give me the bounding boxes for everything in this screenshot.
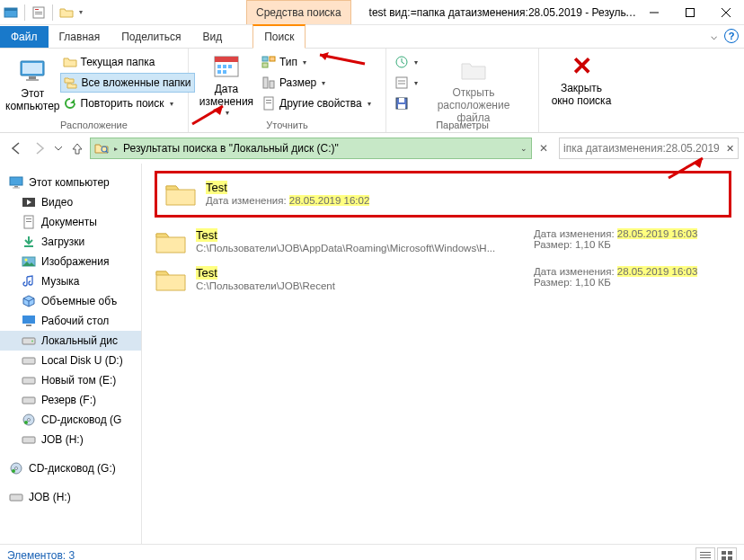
drive-icon xyxy=(22,353,36,368)
qat-dropdown-icon[interactable]: ▾ xyxy=(77,8,84,16)
tab-file[interactable]: Файл xyxy=(0,26,49,48)
monitor-icon xyxy=(18,57,47,85)
open-location-button[interactable]: Открыть расположение файла xyxy=(424,52,523,124)
svg-rect-42 xyxy=(26,221,31,222)
tab-view[interactable]: Вид xyxy=(191,26,233,48)
forward-button[interactable] xyxy=(29,138,50,159)
tab-search[interactable]: Поиск xyxy=(252,24,306,49)
nav-pictures[interactable]: Изображения xyxy=(0,252,141,271)
tab-share[interactable]: Поделиться xyxy=(111,26,191,48)
svg-rect-4 xyxy=(35,12,42,13)
tab-home[interactable]: Главная xyxy=(49,26,111,48)
details-view-button[interactable] xyxy=(695,547,715,561)
close-button[interactable] xyxy=(708,0,744,25)
ribbon-group-refine: Дата изменения▾ Тип▾ Размер▾ Другие свой… xyxy=(189,49,386,132)
date-modified-button[interactable]: Дата изменения▾ xyxy=(194,50,259,115)
result-item[interactable]: Test C:\Пользователи\JOB\Recent Дата изм… xyxy=(155,261,731,298)
folder-icon xyxy=(63,55,77,69)
navigation-pane: Этот компьютер Видео Документы Загрузки … xyxy=(0,164,142,544)
this-pc-button[interactable]: Этот компьютер xyxy=(5,50,60,115)
size-filter-button[interactable]: Размер▾ xyxy=(259,73,374,93)
new-folder-icon[interactable] xyxy=(59,5,74,20)
titlebar: ▾ Средства поиска test вид:=папка датаиз… xyxy=(0,0,744,25)
svg-rect-36 xyxy=(10,177,22,185)
icons-view-button[interactable] xyxy=(717,547,737,561)
svg-rect-56 xyxy=(22,437,35,443)
nav-music[interactable]: Музыка xyxy=(0,271,141,291)
type-filter-button[interactable]: Тип▾ xyxy=(259,52,374,72)
document-icon xyxy=(261,96,276,111)
svg-rect-1 xyxy=(4,8,17,11)
svg-rect-32 xyxy=(399,98,404,102)
folder-open-icon xyxy=(459,56,488,84)
nav-reserve[interactable]: Резерв (F:) xyxy=(0,390,141,410)
minimize-button[interactable] xyxy=(636,0,672,25)
clear-address-icon[interactable]: ✕ xyxy=(534,142,554,155)
current-folder-button[interactable]: Текущая папка xyxy=(60,52,195,72)
ribbon-group-params: ▾ ▾ Открыть расположение файла Параметры xyxy=(386,49,539,132)
results-pane: Test Дата изменения: 28.05.2019 16:02 Te… xyxy=(142,164,744,544)
video-icon xyxy=(22,195,36,209)
ribbon: Этот компьютер Текущая папка Все вложенн… xyxy=(0,49,744,133)
result-item[interactable]: Test Дата изменения: 28.05.2019 16:02 xyxy=(155,171,731,218)
recent-button[interactable] xyxy=(52,138,65,159)
clear-search-icon[interactable]: ✕ xyxy=(726,143,734,155)
svg-rect-28 xyxy=(266,102,271,103)
calendar-icon xyxy=(212,52,241,81)
address-dropdown-icon[interactable]: ⌄ xyxy=(520,144,527,153)
save-search-button[interactable] xyxy=(392,93,421,113)
nav-cd-g2[interactable]: CD-дисковод (G:) xyxy=(0,458,141,478)
svg-rect-30 xyxy=(396,77,407,88)
svg-rect-5 xyxy=(35,13,42,14)
svg-rect-51 xyxy=(22,378,35,384)
svg-rect-41 xyxy=(26,218,31,219)
advanced-options-button[interactable]: ▾ xyxy=(392,73,421,93)
downloads-icon xyxy=(22,235,36,249)
nav-documents[interactable]: Документы xyxy=(0,212,141,232)
this-pc-label: Этот компьютер xyxy=(5,88,60,113)
folder-icon xyxy=(155,228,187,255)
result-item[interactable]: Test C:\Пользователи\JOB\AppData\Roaming… xyxy=(155,223,731,261)
group-params-label: Параметры xyxy=(386,120,538,130)
back-button[interactable] xyxy=(5,138,27,159)
up-button[interactable] xyxy=(66,138,88,159)
svg-point-58 xyxy=(15,467,18,470)
svg-rect-47 xyxy=(26,324,31,326)
nav-downloads[interactable]: Загрузки xyxy=(0,232,141,252)
ribbon-collapse-icon[interactable]: ⌵ xyxy=(711,30,717,42)
all-subfolders-label: Все вложенные папки xyxy=(82,76,191,89)
all-subfolders-button[interactable]: Все вложенные папки xyxy=(60,73,195,93)
save-icon xyxy=(394,96,409,111)
result-path: C:\Пользователи\JOB\AppData\Roaming\Micr… xyxy=(196,243,519,253)
svg-rect-7 xyxy=(686,8,695,16)
window-controls xyxy=(636,0,744,25)
nav-video[interactable]: Видео xyxy=(0,192,141,212)
svg-rect-52 xyxy=(22,397,35,404)
nav-3dobjects[interactable]: Объемные объ xyxy=(0,291,141,311)
date-modified-label: Дата изменения xyxy=(199,84,253,109)
nav-job-h2[interactable]: JOB (H:) xyxy=(0,487,141,507)
help-icon[interactable]: ? xyxy=(724,29,739,43)
maximize-button[interactable] xyxy=(672,0,708,25)
close-search-button[interactable]: ✕ Закрыть окно поиска xyxy=(545,50,618,108)
nav-job-h[interactable]: JOB (H:) xyxy=(0,430,141,449)
nav-new-volume[interactable]: Новый том (E:) xyxy=(0,370,141,390)
nav-local-disk-c[interactable]: Локальный дис xyxy=(0,331,141,351)
svg-rect-61 xyxy=(700,552,711,553)
nav-this-pc[interactable]: Этот компьютер xyxy=(0,173,141,192)
address-bar[interactable]: ▸ Результаты поиска в "Локальный диск (C… xyxy=(90,138,532,159)
properties-icon[interactable] xyxy=(31,5,46,20)
repeat-search-button[interactable]: Повторить поиск ▾ xyxy=(60,93,195,113)
recent-searches-button[interactable]: ▾ xyxy=(392,52,421,72)
svg-rect-18 xyxy=(228,65,232,68)
nav-desktop[interactable]: Рабочий стол xyxy=(0,311,141,331)
nav-local-disk-u[interactable]: Local Disk U (D:) xyxy=(0,351,141,370)
other-props-button[interactable]: Другие свойства▾ xyxy=(259,93,374,113)
nav-cd-g[interactable]: CD-дисковод (G xyxy=(0,410,141,430)
search-box[interactable]: іпка датаизменения:28.05.2019 ✕ xyxy=(559,138,739,159)
address-text: Результаты поиска в "Локальный диск (C:)… xyxy=(123,142,515,155)
svg-point-59 xyxy=(12,469,15,473)
svg-point-49 xyxy=(31,341,33,342)
svg-rect-20 xyxy=(223,70,226,74)
cube-icon xyxy=(22,294,36,308)
